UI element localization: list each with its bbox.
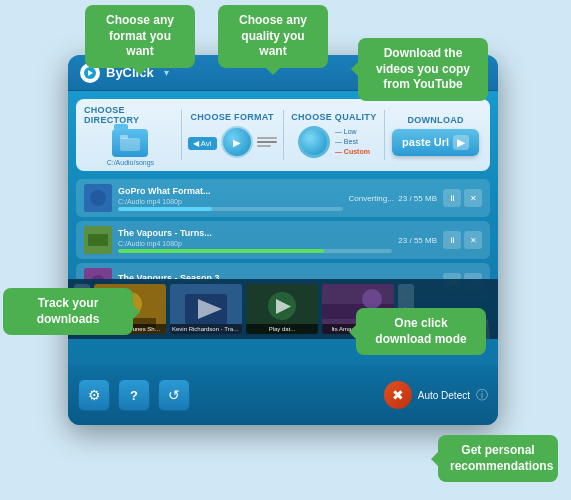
- quality-options: — Low — Best — Custom: [335, 127, 370, 156]
- help-icon: ?: [130, 388, 138, 403]
- bottom-bar: ⚙ ? ↺ ✖ Auto Detect ⓘ: [68, 365, 498, 425]
- tooltip-quality: Choose any quality you want: [218, 5, 328, 68]
- settings-button[interactable]: ⚙: [78, 379, 110, 411]
- item-action-cancel[interactable]: ✕: [464, 231, 482, 249]
- paste-url-arrow-icon: ▶: [453, 135, 469, 150]
- item-thumbnail: [84, 226, 112, 254]
- directory-icon[interactable]: [112, 129, 148, 157]
- item-action-cancel[interactable]: ✕: [464, 189, 482, 207]
- controls-area: Choose Directory C:/Audio/songs Choose F…: [76, 99, 490, 171]
- divider-1: [181, 110, 182, 160]
- item-info: The Vapours - Turns... C:/Audio mp4 1080…: [118, 228, 392, 253]
- item-meta: C:/Audio mp4 1080p: [118, 240, 392, 247]
- history-button[interactable]: ↺: [158, 379, 190, 411]
- item-progress-bar: [118, 249, 392, 253]
- settings-icon: ⚙: [88, 387, 101, 403]
- paste-url-label: paste Url: [402, 136, 449, 148]
- item-actions: ⏸ ✕: [443, 231, 482, 249]
- item-progress-fill: [118, 249, 324, 253]
- item-progress-fill: [118, 207, 212, 211]
- format-knob[interactable]: [221, 126, 253, 158]
- auto-detect-icon: ✖: [384, 381, 412, 409]
- item-actions: ⏸ ✕: [443, 189, 482, 207]
- format-badge[interactable]: ◀ Avi: [188, 137, 217, 150]
- auto-detect-area: ✖ Auto Detect ⓘ: [384, 381, 488, 409]
- item-info: GoPro What Format... C:/Audio mp4 1080p: [118, 186, 343, 211]
- item-action-pause[interactable]: ⏸: [443, 231, 461, 249]
- divider-2: [283, 110, 284, 160]
- svg-rect-1: [120, 138, 140, 151]
- download-label: Download: [407, 115, 463, 125]
- item-status: 23 / 55 MB: [398, 236, 437, 245]
- thumb-item[interactable]: Kevin Richardson - Trailer: [170, 284, 242, 334]
- tooltip-format: Choose any format you want: [85, 5, 195, 68]
- help-button[interactable]: ?: [118, 379, 150, 411]
- tooltip-recommendations: Get personal recommendations: [438, 435, 558, 482]
- item-progress-bar: [118, 207, 343, 211]
- dropdown-arrow-icon[interactable]: ▾: [164, 67, 169, 78]
- download-item: The Vapours - Turns... C:/Audio mp4 1080…: [76, 221, 490, 259]
- item-status: Converting... 23 / 55 MB: [349, 194, 438, 203]
- paste-url-button[interactable]: paste Url ▶: [392, 129, 479, 156]
- directory-path: C:/Audio/songs: [107, 159, 154, 166]
- app-window: ByClick ▾ Choose Directory C:/Audio/song…: [68, 55, 498, 425]
- item-thumbnail: [84, 184, 112, 212]
- directory-label: Choose Directory: [84, 105, 177, 125]
- auto-detect-label[interactable]: Auto Detect: [418, 390, 470, 401]
- directory-section: Choose Directory C:/Audio/songs: [84, 105, 177, 166]
- svg-rect-6: [88, 234, 108, 246]
- quality-knob[interactable]: [298, 126, 330, 158]
- item-title: The Vapours - Turns...: [118, 228, 392, 238]
- svg-point-20: [362, 289, 382, 309]
- download-item: GoPro What Format... C:/Audio mp4 1080p …: [76, 179, 490, 217]
- format-section: Choose Format ◀ Avi: [186, 112, 279, 158]
- download-section: Download paste Url ▶: [389, 115, 482, 156]
- thumb-item[interactable]: Play dat...: [246, 284, 318, 334]
- info-icon[interactable]: ⓘ: [476, 387, 488, 404]
- svg-rect-2: [120, 135, 128, 139]
- history-icon: ↺: [168, 387, 180, 403]
- thumb-caption: Kevin Richardson - Trailer: [170, 324, 242, 334]
- item-meta: C:/Audio mp4 1080p: [118, 198, 343, 205]
- divider-3: [384, 110, 385, 160]
- tooltip-download: Download the videos you copy from YouTub…: [358, 38, 488, 101]
- thumb-caption: Play dat...: [246, 324, 318, 334]
- quality-section: Choose Quality — Low — Best — Custom: [288, 112, 381, 158]
- item-action-pause[interactable]: ⏸: [443, 189, 461, 207]
- item-title: GoPro What Format...: [118, 186, 343, 196]
- tooltip-oneclick: One click download mode: [356, 308, 486, 355]
- tooltip-track: Track your downloads: [3, 288, 133, 335]
- format-label: Choose Format: [191, 112, 274, 122]
- svg-point-4: [90, 190, 106, 206]
- quality-label: Choose Quality: [291, 112, 376, 122]
